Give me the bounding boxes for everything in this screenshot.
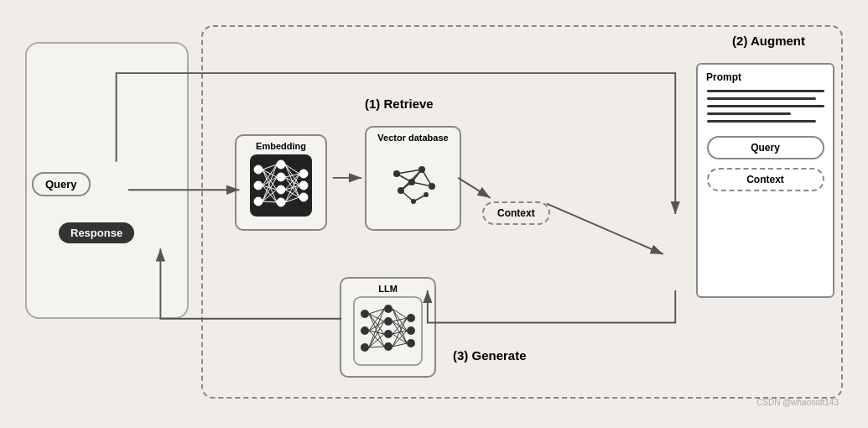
svg-point-57 xyxy=(384,330,392,338)
prompt-query-label: Query xyxy=(751,142,780,154)
svg-line-45 xyxy=(412,182,432,186)
svg-point-5 xyxy=(277,173,285,181)
svg-point-55 xyxy=(384,305,392,313)
prompt-line-5 xyxy=(707,120,816,123)
svg-point-59 xyxy=(407,314,415,322)
svg-point-56 xyxy=(384,317,392,326)
svg-point-58 xyxy=(384,342,392,351)
prompt-line-4 xyxy=(707,112,791,115)
prompt-lines xyxy=(707,90,824,128)
embedding-label: Embedding xyxy=(256,141,306,151)
vectordb-svg xyxy=(380,144,447,211)
query-label: Query xyxy=(45,178,77,191)
svg-point-6 xyxy=(277,185,285,194)
svg-point-10 xyxy=(299,193,308,201)
svg-line-49 xyxy=(413,195,426,201)
embedding-box: Embedding xyxy=(235,134,327,231)
svg-line-42 xyxy=(422,170,432,186)
svg-point-3 xyxy=(254,197,262,206)
svg-point-4 xyxy=(277,160,285,169)
embedding-network-svg xyxy=(248,153,314,218)
svg-point-52 xyxy=(361,310,369,318)
prompt-context-box: Context xyxy=(707,168,824,191)
prompt-box: Prompt Query Context xyxy=(696,63,834,298)
svg-point-61 xyxy=(407,339,415,347)
prompt-line-1 xyxy=(707,90,824,92)
svg-line-44 xyxy=(401,182,412,191)
svg-point-9 xyxy=(299,181,308,190)
svg-point-1 xyxy=(254,165,262,174)
vectordb-box: Vector database xyxy=(365,126,461,231)
prompt-line-3 xyxy=(707,105,824,107)
context-bubble: Context xyxy=(482,201,550,225)
llm-network-svg xyxy=(352,295,424,367)
query-bubble: Query xyxy=(32,172,91,196)
context-bubble-label: Context xyxy=(497,207,535,219)
diagram-container: Query Response Embedding xyxy=(17,17,851,411)
augment-label: (2) Augment xyxy=(732,34,805,48)
prompt-query-box: Query xyxy=(707,136,824,159)
svg-point-60 xyxy=(407,326,415,335)
svg-line-50 xyxy=(401,191,413,201)
svg-point-53 xyxy=(361,326,369,335)
generate-label: (3) Generate xyxy=(453,348,527,363)
svg-point-7 xyxy=(277,198,285,206)
prompt-title: Prompt xyxy=(706,71,741,83)
vectordb-label: Vector database xyxy=(377,133,448,143)
svg-point-54 xyxy=(361,343,369,352)
svg-point-8 xyxy=(299,170,308,178)
prompt-context-label: Context xyxy=(746,174,784,185)
retrieve-label: (1) Retrieve xyxy=(365,97,434,111)
watermark: CSDN @whaosoft143 xyxy=(756,398,839,407)
prompt-line-2 xyxy=(707,97,816,100)
response-label: Response xyxy=(70,227,122,239)
response-bubble: Response xyxy=(59,222,134,243)
svg-point-2 xyxy=(254,181,262,190)
llm-box: LLM xyxy=(340,277,436,378)
llm-label: LLM xyxy=(378,284,398,294)
svg-line-47 xyxy=(397,174,412,182)
